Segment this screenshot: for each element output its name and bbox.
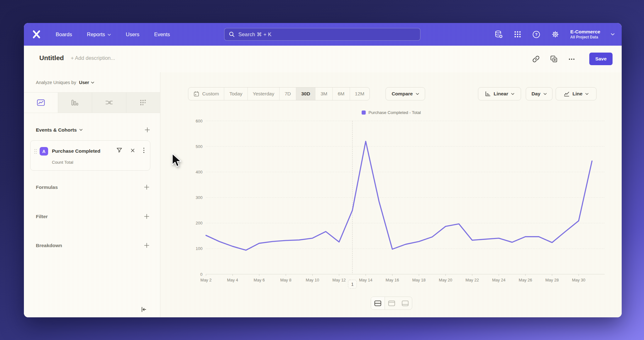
app-window: BoardsReportsUsersEvents Search ⌘ + K	[24, 23, 622, 317]
search-placeholder: Search ⌘ + K	[238, 31, 272, 37]
add-filter-button[interactable]	[144, 213, 150, 219]
project-selector[interactable]: E-Commerce All Project Data	[570, 29, 600, 40]
search-input[interactable]: Search ⌘ + K	[224, 28, 420, 41]
range-today[interactable]: Today	[224, 88, 247, 100]
x-tick-label: May 26	[519, 278, 532, 282]
event-name[interactable]: Purchase Completed	[52, 148, 100, 154]
layout-panel-top-button[interactable]	[385, 297, 398, 309]
query-sidebar: Analyze Uniques by User	[24, 72, 160, 317]
annotation-badge[interactable]: 1	[348, 280, 357, 288]
chevron-down-icon	[79, 129, 83, 131]
kebab-menu-icon[interactable]	[143, 147, 145, 153]
x-tick-label: May 10	[306, 278, 319, 282]
y-tick-label: 500	[196, 144, 203, 149]
settings-gear-icon[interactable]	[551, 30, 560, 39]
mouse-cursor	[171, 153, 182, 167]
range-3m[interactable]: 3M	[315, 88, 333, 100]
add-description-field[interactable]: + Add description...	[71, 55, 115, 61]
x-tick-label: May 14	[359, 278, 373, 282]
series-line[interactable]	[206, 141, 592, 250]
x-tick-label: May 6	[254, 278, 265, 282]
y-tick-label: 200	[196, 221, 203, 225]
filter-funnel-icon[interactable]	[116, 147, 122, 153]
legend-swatch	[362, 110, 366, 115]
range-7d[interactable]: 7D	[280, 88, 296, 100]
x-tick-label: May 30	[572, 278, 586, 282]
tab-flows[interactable]	[92, 93, 126, 113]
duplicate-icon[interactable]	[550, 55, 558, 63]
event-card[interactable]: A Purchase Completed Count Total	[30, 140, 150, 171]
collapse-sidebar-icon[interactable]	[141, 306, 147, 313]
y-tick-label: 100	[196, 246, 203, 251]
analyze-uniques-row: Analyze Uniques by User	[36, 80, 94, 85]
titlebar: Untitled + Add description...	[24, 46, 622, 73]
event-card-actions	[116, 147, 145, 153]
mixpanel-logo-icon[interactable]	[31, 29, 42, 40]
add-formula-button[interactable]	[144, 184, 150, 190]
nav-item-reports[interactable]: Reports	[87, 31, 111, 37]
help-icon[interactable]: ?	[532, 30, 541, 39]
y-tick-label: 400	[196, 170, 203, 174]
tab-insights[interactable]	[24, 93, 58, 113]
filter-section: Filter	[36, 213, 150, 219]
navbar: BoardsReportsUsersEvents Search ⌘ + K	[24, 23, 622, 46]
visualization-tabs	[24, 92, 160, 113]
nav-item-events[interactable]: Events	[154, 31, 170, 37]
y-tick-label: 0	[200, 272, 203, 277]
formulas-label: Formulas	[36, 184, 58, 190]
x-tick-label: May 16	[386, 278, 399, 282]
search-icon	[229, 31, 235, 37]
chart-svg[interactable]: 0100200300400500600May 2May 4May 6May 8M…	[188, 116, 610, 298]
data-management-icon[interactable]	[494, 30, 503, 39]
range-yesterday[interactable]: Yesterday	[248, 88, 280, 100]
chevron-down-icon	[108, 34, 111, 36]
navbar-items: BoardsReportsUsersEvents	[56, 23, 170, 46]
tab-segmentation[interactable]	[126, 93, 160, 113]
layout-toggle-group	[371, 297, 412, 310]
event-metric[interactable]: Count Total	[52, 160, 73, 165]
x-tick-label: May 28	[545, 278, 559, 282]
interval-dropdown[interactable]: Day	[526, 87, 552, 100]
x-tick-label: May 8	[280, 278, 291, 282]
remove-event-icon[interactable]	[130, 148, 135, 153]
chart-panel: CustomTodayYesterday7D30D3M6M12M Compare…	[161, 72, 622, 317]
chevron-down-icon	[585, 93, 589, 95]
add-event-button[interactable]	[144, 127, 150, 133]
more-options-icon[interactable]	[568, 56, 575, 63]
range-6m[interactable]: 6M	[333, 88, 350, 100]
bar-chart-icon	[71, 99, 79, 106]
formulas-section: Formulas	[36, 184, 150, 190]
date-range-group: CustomTodayYesterday7D30D3M6M12M	[188, 87, 370, 100]
nav-item-boards[interactable]: Boards	[56, 31, 72, 37]
filter-label: Filter	[36, 214, 48, 219]
chart-legend[interactable]: Purchase Completed - Total	[161, 110, 622, 115]
share-link-icon[interactable]	[532, 55, 540, 63]
chevron-down-icon	[611, 33, 615, 36]
report-title[interactable]: Untitled	[39, 54, 64, 62]
breakdown-label: Breakdown	[36, 243, 62, 248]
layout-split-rows-button[interactable]	[371, 297, 385, 309]
save-button[interactable]: Save	[589, 53, 613, 65]
add-breakdown-button[interactable]	[144, 242, 150, 248]
tab-bar-chart[interactable]	[58, 93, 92, 113]
y-tick-label: 600	[196, 119, 203, 123]
layout-panel-bottom-button[interactable]	[398, 297, 412, 309]
scale-dropdown[interactable]: Linear	[478, 87, 521, 100]
line-chart-type-icon	[564, 91, 570, 97]
legend-label: Purchase Completed - Total	[369, 110, 421, 115]
range-12m[interactable]: 12M	[350, 88, 369, 100]
drag-handle-icon[interactable]	[34, 149, 37, 154]
range-30d[interactable]: 30D	[296, 88, 315, 100]
analyze-by-dropdown[interactable]: User	[79, 80, 94, 85]
compare-button[interactable]: Compare	[386, 87, 425, 100]
range-custom[interactable]: Custom	[188, 88, 224, 100]
svg-text:1: 1	[351, 282, 354, 287]
titlebar-actions	[532, 55, 575, 63]
calendar-icon	[193, 91, 199, 97]
apps-grid-icon[interactable]	[514, 30, 522, 38]
events-cohorts-header: Events & Cohorts	[36, 127, 150, 133]
chart-type-dropdown[interactable]: Line	[556, 87, 597, 100]
events-cohorts-toggle[interactable]: Events & Cohorts	[36, 127, 83, 133]
nav-item-users[interactable]: Users	[126, 31, 139, 37]
project-name: E-Commerce	[570, 29, 600, 35]
